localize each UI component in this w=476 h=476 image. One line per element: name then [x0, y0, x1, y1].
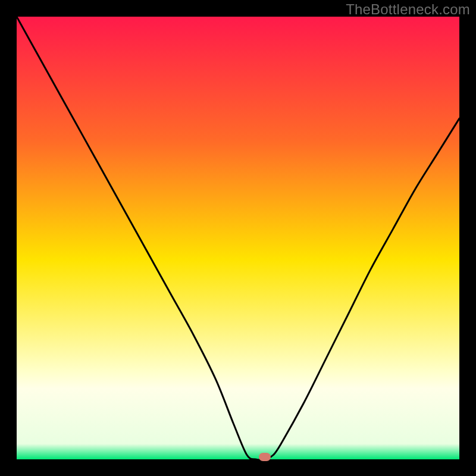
watermark-text: TheBottleneck.com	[346, 1, 470, 18]
chart-frame: TheBottleneck.com	[0, 0, 476, 476]
plot-area	[17, 17, 459, 459]
bottleneck-curve	[17, 17, 459, 459]
optimal-marker	[259, 453, 271, 461]
